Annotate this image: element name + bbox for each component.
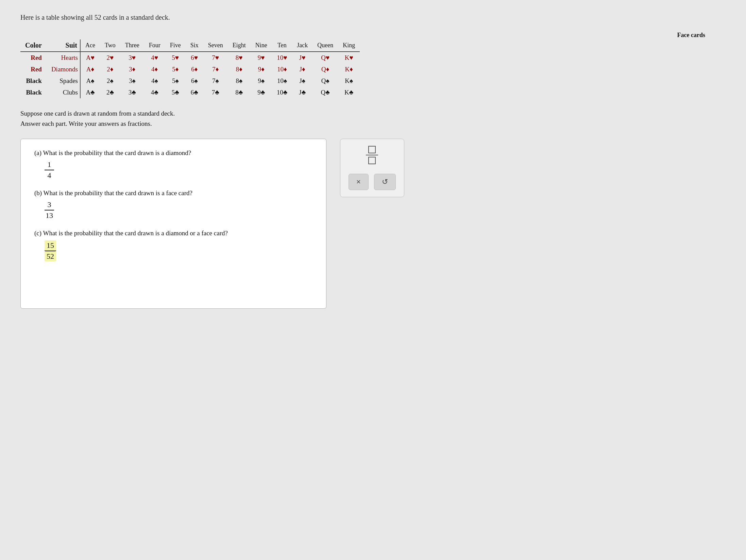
main-layout: (a) What is the probability that the car… bbox=[20, 139, 726, 309]
undo-button[interactable]: ↺ bbox=[374, 174, 396, 190]
col-two: Two bbox=[100, 39, 120, 52]
card-cell: 5♣ bbox=[165, 87, 186, 98]
table-row: RedHeartsA♥2♥3♥4♥5♥6♥7♥8♥9♥10♥J♥Q♥K♥ bbox=[20, 52, 360, 64]
color-cell: Black bbox=[20, 87, 47, 98]
suit-cell: Hearts bbox=[47, 52, 80, 64]
card-cell: 4♣ bbox=[144, 87, 165, 98]
card-cell: 9♥ bbox=[251, 52, 272, 64]
col-king: King bbox=[338, 39, 360, 52]
card-cell: K♣ bbox=[338, 87, 360, 98]
side-panel: × ↺ bbox=[340, 139, 404, 197]
card-cell: 8♣ bbox=[228, 87, 251, 98]
card-cell: Q♣ bbox=[312, 87, 338, 98]
card-cell: 6♦ bbox=[186, 64, 203, 75]
fraction-symbol-icon bbox=[366, 146, 378, 164]
color-cell: Red bbox=[20, 64, 47, 75]
card-cell: 10♠ bbox=[272, 75, 292, 87]
question-part-c: (c) What is the probability that the car… bbox=[34, 230, 312, 261]
color-cell: Black bbox=[20, 75, 47, 87]
card-cell: 2♦ bbox=[100, 64, 120, 75]
suit-cell: Spades bbox=[47, 75, 80, 87]
card-cell: 8♠ bbox=[228, 75, 251, 87]
table-row: RedDiamondsA♦2♦3♦4♦5♦6♦7♦8♦9♦10♦J♦Q♦K♦ bbox=[20, 64, 360, 75]
card-cell: 7♥ bbox=[203, 52, 228, 64]
card-cell: 3♦ bbox=[120, 64, 144, 75]
question-part-b: (b) What is the probability that the car… bbox=[34, 189, 312, 220]
card-cell: A♠ bbox=[80, 75, 100, 87]
card-cell: 10♦ bbox=[272, 64, 292, 75]
col-suit: Suit bbox=[47, 39, 80, 52]
card-cell: 6♠ bbox=[186, 75, 203, 87]
question-c-text: (c) What is the probability that the car… bbox=[34, 230, 312, 237]
col-five: Five bbox=[165, 39, 186, 52]
color-cell: Red bbox=[20, 52, 47, 64]
face-cards-label: Face cards bbox=[677, 32, 705, 39]
card-cell: 4♥ bbox=[144, 52, 165, 64]
card-cell: 9♠ bbox=[251, 75, 272, 87]
card-cell: 4♦ bbox=[144, 64, 165, 75]
card-cell: K♦ bbox=[338, 64, 360, 75]
fraction-a-denominator: 4 bbox=[45, 170, 54, 180]
col-nine: Nine bbox=[251, 39, 272, 52]
card-cell: 7♣ bbox=[203, 87, 228, 98]
card-cell: 3♠ bbox=[120, 75, 144, 87]
card-cell: J♦ bbox=[292, 64, 312, 75]
card-cell: 10♥ bbox=[272, 52, 292, 64]
card-cell: J♠ bbox=[292, 75, 312, 87]
col-color: Color bbox=[20, 39, 47, 52]
card-cell: Q♠ bbox=[312, 75, 338, 87]
col-ace: Ace bbox=[80, 39, 100, 52]
card-cell: 6♣ bbox=[186, 87, 203, 98]
col-eight: Eight bbox=[228, 39, 251, 52]
card-cell: 9♣ bbox=[251, 87, 272, 98]
side-buttons: × ↺ bbox=[349, 174, 396, 190]
fraction-a-numerator: 1 bbox=[45, 160, 54, 170]
question-a-text: (a) What is the probability that the car… bbox=[34, 149, 312, 157]
intro-text: Here is a table showing all 52 cards in … bbox=[20, 14, 726, 21]
card-cell: 2♣ bbox=[100, 87, 120, 98]
fraction-b-denominator: 13 bbox=[45, 210, 54, 220]
card-cell: 10♣ bbox=[272, 87, 292, 98]
col-jack: Jack bbox=[292, 39, 312, 52]
card-cell: 7♠ bbox=[203, 75, 228, 87]
card-cell: A♣ bbox=[80, 87, 100, 98]
card-cell: 2♥ bbox=[100, 52, 120, 64]
card-cell: 3♣ bbox=[120, 87, 144, 98]
card-cell: K♠ bbox=[338, 75, 360, 87]
fraction-b: 3 13 bbox=[45, 200, 54, 220]
fraction-c-numerator: 15 bbox=[45, 240, 56, 251]
card-cell: 8♥ bbox=[228, 52, 251, 64]
col-queen: Queen bbox=[312, 39, 338, 52]
question-box: (a) What is the probability that the car… bbox=[20, 139, 326, 309]
card-cell: A♦ bbox=[80, 64, 100, 75]
card-cell: Q♥ bbox=[312, 52, 338, 64]
card-cell: A♥ bbox=[80, 52, 100, 64]
card-cell: J♥ bbox=[292, 52, 312, 64]
card-cell: 7♦ bbox=[203, 64, 228, 75]
card-cell: 5♦ bbox=[165, 64, 186, 75]
card-cell: 3♥ bbox=[120, 52, 144, 64]
fraction-b-numerator: 3 bbox=[45, 200, 54, 210]
col-ten: Ten bbox=[272, 39, 292, 52]
fraction-c: 15 52 bbox=[45, 240, 56, 261]
table-row: BlackClubsA♣2♣3♣4♣5♣6♣7♣8♣9♣10♣J♣Q♣K♣ bbox=[20, 87, 360, 98]
col-three: Three bbox=[120, 39, 144, 52]
card-cell: J♣ bbox=[292, 87, 312, 98]
col-seven: Seven bbox=[203, 39, 228, 52]
card-cell: K♥ bbox=[338, 52, 360, 64]
card-cell: 8♦ bbox=[228, 64, 251, 75]
question-b-text: (b) What is the probability that the car… bbox=[34, 189, 312, 197]
suit-cell: Diamonds bbox=[47, 64, 80, 75]
card-table: Color Suit Ace Two Three Four Five Six S… bbox=[20, 39, 360, 98]
card-cell: 2♠ bbox=[100, 75, 120, 87]
card-cell: 6♥ bbox=[186, 52, 203, 64]
suit-cell: Clubs bbox=[47, 87, 80, 98]
fraction-a: 1 4 bbox=[45, 160, 54, 180]
card-cell: 4♠ bbox=[144, 75, 165, 87]
card-cell: Q♦ bbox=[312, 64, 338, 75]
col-four: Four bbox=[144, 39, 165, 52]
table-row: BlackSpadesA♠2♠3♠4♠5♠6♠7♠8♠9♠10♠J♠Q♠K♠ bbox=[20, 75, 360, 87]
suppose-text: Suppose one card is drawn at random from… bbox=[20, 108, 726, 129]
x-button[interactable]: × bbox=[349, 174, 369, 190]
col-six: Six bbox=[186, 39, 203, 52]
